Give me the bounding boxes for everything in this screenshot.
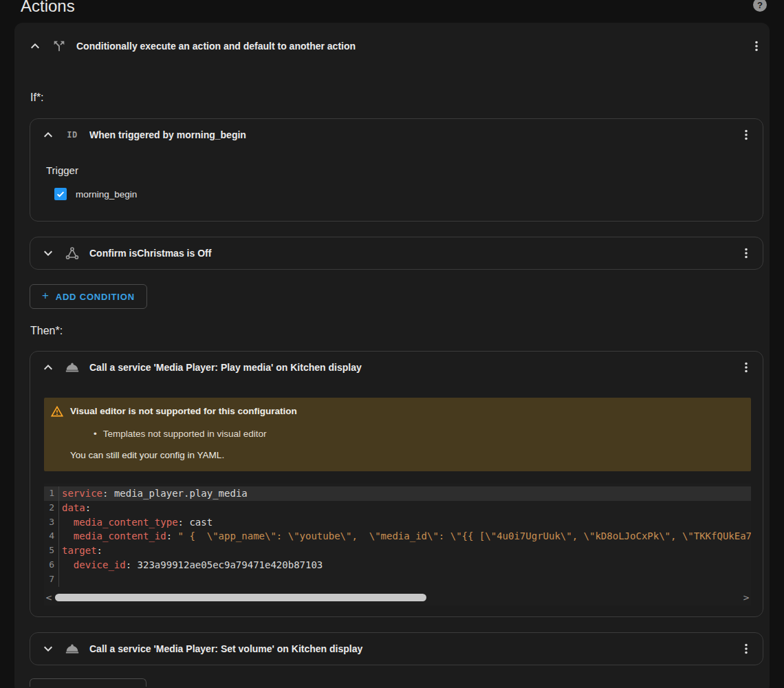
identifier-icon: ID <box>64 127 80 143</box>
play-media-card-header: Call a service 'Media Player: Play media… <box>30 352 763 383</box>
line-number: 5 <box>44 544 59 558</box>
overflow-menu-icon[interactable] <box>747 36 766 56</box>
code-line[interactable]: 7 <box>44 572 751 587</box>
chevron-up-icon[interactable] <box>39 125 58 144</box>
next-element-partial[interactable] <box>30 678 146 687</box>
line-number: 3 <box>44 515 59 530</box>
trigger-option-row: morning_begin <box>54 188 763 221</box>
overflow-menu-icon[interactable] <box>737 639 756 658</box>
scrollbar-track[interactable] <box>54 594 741 601</box>
code-line[interactable]: 6 device_id: 323a99912ae05ec9a79471e420b… <box>44 558 751 572</box>
line-number: 2 <box>44 501 59 515</box>
plus-icon: + <box>42 289 50 303</box>
warning-triangle-icon <box>50 405 64 418</box>
warning-list-item: • Templates not supported in visual edit… <box>94 427 741 440</box>
set-volume-card-header: Call a service 'Media Player: Set volume… <box>30 633 763 665</box>
confirm-card-title: Confirm isChristmas is Off <box>89 248 737 259</box>
play-media-card-title: Call a service 'Media Player: Play media… <box>89 362 737 373</box>
chevron-down-icon[interactable] <box>39 244 58 263</box>
line-number: 1 <box>44 486 59 501</box>
warning-title: Visual editor is not supported for this … <box>70 406 297 416</box>
chevron-up-icon[interactable] <box>25 36 45 56</box>
call-split-icon <box>51 38 67 54</box>
trigger-card-title: When triggered by morning_begin <box>89 129 737 140</box>
condition-block-title: Conditionally execute an action and defa… <box>76 41 747 52</box>
chevron-up-icon[interactable] <box>39 358 58 377</box>
trigger-condition-card: ID When triggered by morning_begin Trigg… <box>30 118 763 222</box>
play-media-action-card: Call a service 'Media Player: Play media… <box>30 351 763 617</box>
scrollbar-thumb[interactable] <box>55 594 426 601</box>
page-header: Actions ? <box>0 0 784 23</box>
set-volume-card-title: Call a service 'Media Player: Set volume… <box>89 643 737 654</box>
add-condition-label: ADD CONDITION <box>56 292 135 302</box>
confirm-card-header: Confirm isChristmas is Off <box>30 237 763 269</box>
confirm-condition-card: Confirm isChristmas is Off <box>30 237 763 270</box>
line-number: 6 <box>44 558 59 572</box>
overflow-menu-icon[interactable] <box>737 244 756 263</box>
logic-flow-icon <box>64 245 80 261</box>
warning-item-text: Templates not supported in visual editor <box>103 429 267 439</box>
overflow-menu-icon[interactable] <box>737 358 756 377</box>
scroll-left-icon[interactable]: < <box>44 593 54 603</box>
chevron-down-icon[interactable] <box>39 639 58 658</box>
room-service-bell-icon <box>64 641 80 657</box>
condition-block-header: Conditionally execute an action and defa… <box>25 30 763 63</box>
unsupported-config-warning: Visual editor is not supported for this … <box>44 398 751 471</box>
trigger-section-label: Trigger <box>46 164 763 176</box>
code-line[interactable]: 2data: <box>44 501 751 515</box>
set-volume-action-card: Call a service 'Media Player: Set volume… <box>30 632 763 665</box>
if-label: If*: <box>30 92 763 104</box>
scroll-right-icon[interactable]: > <box>741 593 751 603</box>
yaml-code-lines: 1service: media_player.play_media2data:3… <box>44 486 751 587</box>
bullet-icon: • <box>94 429 97 439</box>
line-number: 7 <box>44 572 59 587</box>
yaml-editor[interactable]: 1service: media_player.play_media2data:3… <box>44 484 751 605</box>
overflow-menu-icon[interactable] <box>737 125 756 144</box>
condition-action-block: Conditionally execute an action and defa… <box>14 23 770 688</box>
code-line[interactable]: 4 media_content_id: " { \"app_name\": \"… <box>44 529 751 544</box>
help-icon[interactable]: ? <box>753 0 767 12</box>
page-title: Actions <box>21 0 75 16</box>
code-line[interactable]: 5target: <box>44 544 751 558</box>
add-condition-button[interactable]: + ADD CONDITION <box>30 284 147 309</box>
warning-footer: You can still edit your config in YAML. <box>70 450 741 463</box>
trigger-checkbox[interactable] <box>54 188 67 200</box>
line-number: 4 <box>44 529 59 544</box>
room-service-bell-icon <box>64 359 80 376</box>
trigger-option-label: morning_begin <box>76 189 137 200</box>
code-line[interactable]: 3 media_content_type: cast <box>44 515 751 530</box>
then-label: Then*: <box>30 325 763 337</box>
code-line[interactable]: 1service: media_player.play_media <box>44 486 751 501</box>
horizontal-scrollbar[interactable]: < > <box>44 593 751 603</box>
trigger-card-header: ID When triggered by morning_begin <box>30 119 763 151</box>
